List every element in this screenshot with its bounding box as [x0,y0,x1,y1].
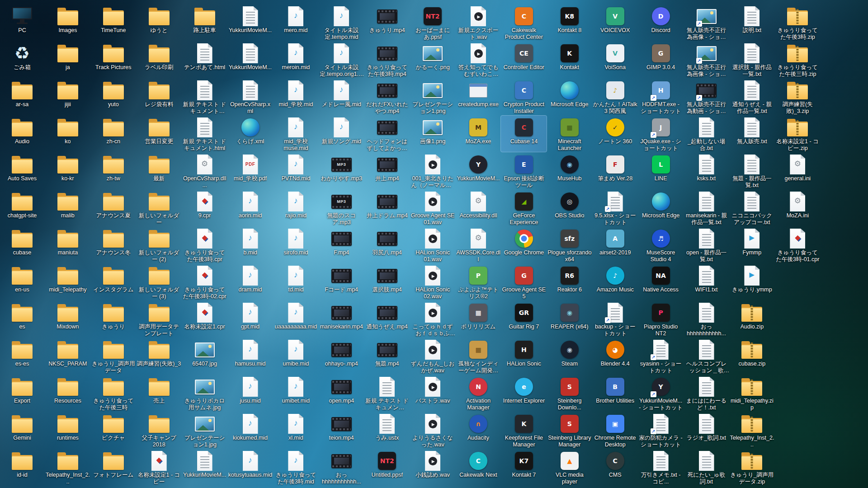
desktop-icon[interactable]: 新規 テキスト ドキュメント.html [182,116,227,152]
desktop-icon[interactable]: ♪PVTNd.mid [273,153,319,189]
desktop-icon[interactable]: NKSC_PARAM [45,338,90,374]
desktop-icon[interactable]: ニコニコバックアップコー.txt [729,190,775,226]
desktop-icon[interactable]: 売上 [136,375,182,411]
desktop-icon[interactable]: ▶新規エクスポート.wav [456,5,501,41]
desktop-icon[interactable]: F.mp4 [319,227,364,263]
desktop-icon[interactable]: midi_Telepathy.zip [729,375,775,411]
desktop-icon[interactable]: ▣Chrome Remote Desktop [592,412,638,448]
desktop-icon[interactable]: きゅうりボカロ用サムネ.jpg [182,375,227,411]
desktop-icon[interactable]: Audio.zip [729,301,775,337]
desktop-icon[interactable]: 万引きメモ.txt - コピ... [638,449,684,485]
desktop-icon[interactable]: きゅうり食ってた午後三時 [90,375,136,411]
desktop-icon[interactable]: 新しいフォルダー (3) [136,264,182,300]
desktop-icon[interactable]: LLINE [638,153,684,189]
desktop-icon[interactable]: KKontakt [547,42,592,78]
desktop-icon[interactable]: PDFmid_学校.pdf [227,153,273,189]
desktop-icon[interactable]: レジ袋有料 [136,79,182,115]
desktop-icon[interactable]: Microsoft Edge [547,79,592,115]
desktop-icon[interactable]: GGIMP 3.0.4 [638,42,684,78]
desktop-icon[interactable]: OpenCvSharp.xml [227,79,273,115]
desktop-icon[interactable]: MP3無題のスコア.mp3 [319,190,364,226]
desktop-icon[interactable]: ♪かんたん！AITalk 3 関西風 [592,79,638,115]
desktop-icon[interactable]: だれだFXいれたやつ.mp4 [364,79,410,115]
desktop-icon[interactable]: NActivation Manager [456,375,501,411]
desktop-icon[interactable]: jijii [45,79,90,115]
desktop-icon[interactable]: ♪umibe.mid [273,338,319,374]
desktop-icon[interactable]: 通知うぜえ - 親作品一覧.txt [729,79,775,115]
desktop-icon[interactable]: Telepathy_Inst_2... [729,412,775,448]
desktop-icon[interactable]: ◆きゅうり食ってた午後3時-01.cpr [775,227,821,263]
desktop-icon[interactable]: CCakewalk Next [456,449,501,485]
desktop-icon[interactable]: きゅうり.mp4 [364,5,410,41]
desktop-icon[interactable]: 新規 テキスト ドキュメント (2).html [182,79,227,115]
desktop-icon[interactable]: ◉Steam [547,338,592,374]
desktop-icon[interactable]: ⚙OpenCvSharp.dll... [182,153,227,189]
desktop-icon[interactable]: ▲VLC media player [547,449,592,485]
desktop-icon[interactable]: ↗無人販売不正行為画像 - ショートカット [684,42,729,78]
desktop-icon[interactable]: ♪きゅうり食ってた午後3時.mid [273,449,319,485]
desktop-icon[interactable]: ▦孤独なインディーゲーム開発者の一生... [456,338,501,374]
desktop-icon[interactable]: createdump.exe [456,79,501,115]
desktop-icon[interactable]: cubase.zip [729,338,775,374]
desktop-icon[interactable]: ♪新規ソング.mid [319,116,364,152]
desktop-icon[interactable]: Fコード.mp4 [319,264,364,300]
desktop-icon[interactable]: ↗backup - ショートカット [592,301,638,337]
desktop-icon[interactable]: R6Reaktor 6 [547,264,592,300]
desktop-icon[interactable]: PPiapro Studio NT2 [638,301,684,337]
desktop-icon[interactable]: CCMS [592,449,638,485]
desktop-icon[interactable]: ◎OBS Studio [547,190,592,226]
desktop-icon[interactable]: teion.mp4 [319,412,364,448]
desktop-icon[interactable]: ar-sa [0,79,45,115]
desktop-icon[interactable]: ♪aorin.mid [227,190,273,226]
desktop-icon[interactable]: ♪mid_学校.mid [273,79,319,115]
desktop-icon[interactable]: Y↗YukkuriMovieM... - ショートカット [638,375,684,411]
desktop-icon[interactable]: ♪dram.mid [227,264,273,300]
desktop-icon[interactable]: きゅうり [90,301,136,337]
desktop-icon[interactable]: YYukkuriMovieM... [456,153,501,189]
desktop-icon[interactable]: ♪meroin.mid [273,42,319,78]
desktop-icon[interactable]: CEController Editor [501,42,547,78]
desktop-icon[interactable]: 調声練習(失敗)_3.zip [775,79,821,115]
desktop-icon[interactable]: 営業日変更 [136,116,182,152]
desktop-icon[interactable]: ♪uaaaaaaaaa.mid [273,301,319,337]
desktop-icon[interactable]: ♪hamusu.mid [227,338,273,374]
desktop-icon[interactable]: ♪b.mid [227,227,273,263]
desktop-icon[interactable]: 羽尻八.mp4 [364,227,410,263]
desktop-icon[interactable]: open - 親作品一覧.txt [684,227,729,263]
desktop-icon[interactable]: cubase [0,227,45,263]
desktop-icon[interactable]: ko [45,116,90,152]
desktop-icon[interactable]: HHALion Sonic [501,338,547,374]
desktop-icon[interactable]: WIFI1.txt [684,264,729,300]
desktop-icon[interactable]: ♪sirofo.mid [273,227,319,263]
desktop-icon[interactable]: ▦Minecraft Launcher [547,116,592,152]
desktop-icon[interactable]: K7Kontakt 7 [501,449,547,485]
desktop-icon[interactable]: manisekarin - 親作品一覧.txt [684,190,729,226]
desktop-icon[interactable]: 画像1.png [410,116,456,152]
desktop-icon[interactable]: ◆名称未設定1 - コピー [136,449,182,485]
desktop-icon[interactable]: 説明.txt [729,5,775,41]
desktop-icon[interactable]: DDiscord [638,5,684,41]
desktop-icon[interactable]: ko-kr [45,153,90,189]
desktop-icon[interactable]: ヘルスコンプレッション＿歌詞.txt [684,338,729,374]
desktop-icon[interactable]: BBrother Utilities [592,375,638,411]
desktop-icon[interactable]: ↗家の防犯カメラ - ショートカット [638,412,684,448]
desktop-icon[interactable]: きゅうり_調声用データ.zip [729,449,775,485]
desktop-icon[interactable]: ヘッドフォンはずしてよかったmp4 [364,116,410,152]
desktop-icon[interactable]: ◆きゅうり食ってた午後3時-02.cpr [182,264,227,300]
desktop-icon[interactable]: Resources [45,375,90,411]
desktop-icon[interactable]: ♪xl.mid [273,412,319,448]
desktop-icon[interactable]: ↗無人販売不正行為動画 - ショートカット [684,79,729,115]
desktop-icon[interactable]: ▶バストラ.wav [410,375,456,411]
desktop-icon[interactable]: YukkuriMovieM... [227,5,273,41]
desktop-icon[interactable]: VVOICEVOX [592,5,638,41]
desktop-icon[interactable]: ♬MuseScore Studio 4 [638,227,684,263]
desktop-icon[interactable]: NT2Untitled.ppsf [364,449,410,485]
desktop-icon[interactable]: MMoZA.exe [456,116,501,152]
desktop-icon[interactable]: ◕Blender 4.4 [592,338,638,374]
desktop-icon[interactable]: テンポあて.html [182,42,227,78]
desktop-icon[interactable]: ◆名称未設定1.cpr [182,301,227,337]
desktop-icon[interactable]: open.mp4 [319,375,364,411]
desktop-icon[interactable]: ✓ノートン 360 [592,116,638,152]
desktop-icon[interactable]: GRGuitar Rig 7 [501,301,547,337]
desktop-icon[interactable]: TimeTune [90,5,136,41]
